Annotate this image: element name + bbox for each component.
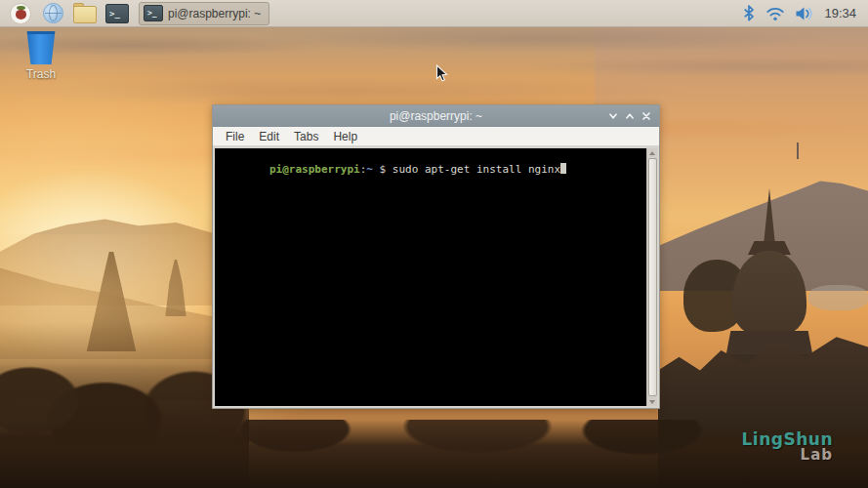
web-browser-button[interactable] <box>40 2 65 25</box>
system-tray: 19:34 <box>742 5 860 21</box>
trash-desktop-icon[interactable]: Trash <box>16 31 66 81</box>
pagoda-spire <box>764 188 775 245</box>
wallpaper-tower-silhouette <box>797 142 799 159</box>
taskbar-task-button[interactable]: >_ pi@raspberrypi: ~ <box>139 2 269 25</box>
menu-help[interactable]: Help <box>333 130 357 143</box>
speaker-icon[interactable] <box>795 6 814 21</box>
terminal-scrollbar[interactable] <box>646 148 657 406</box>
window-title: pi@raspberrypi: ~ <box>213 109 659 123</box>
menu-tabs[interactable]: Tabs <box>294 130 318 143</box>
prompt-path: ~ <box>366 163 373 176</box>
desktop-screen: >_ >_ pi@raspberrypi: ~ <box>0 0 868 488</box>
folder-icon <box>73 6 97 23</box>
trash-icon <box>25 31 57 64</box>
terminal-output[interactable]: pi@raspberrypi:~ $ sudo apt-get install … <box>215 148 646 406</box>
app-menu-button[interactable] <box>8 2 33 25</box>
bluetooth-icon[interactable] <box>742 5 756 21</box>
scrollbar-thumb[interactable] <box>648 158 657 396</box>
prompt-symbol: $ <box>373 163 393 176</box>
scroll-down-arrow[interactable] <box>647 397 657 406</box>
typed-command: sudo apt-get install nginx <box>393 163 560 176</box>
terminal-content-area: pi@raspberrypi:~ $ sudo apt-get install … <box>213 146 659 408</box>
wifi-icon[interactable] <box>765 6 785 21</box>
watermark-line2: Lab <box>742 448 833 463</box>
terminal-icon: >_ <box>105 4 129 23</box>
raspberry-icon <box>10 3 31 24</box>
close-icon[interactable] <box>641 111 651 121</box>
window-controls <box>608 111 659 121</box>
prompt-user-host: pi@raspberrypi <box>269 163 360 176</box>
chevron-down-icon[interactable] <box>608 111 618 121</box>
chevron-up-icon[interactable] <box>625 111 635 121</box>
terminal-icon: >_ <box>144 5 163 21</box>
watermark: LingShun Lab <box>742 431 833 463</box>
menu-file[interactable]: File <box>226 130 244 143</box>
terminal-menubar: File Edit Tabs Help <box>213 127 659 146</box>
wallpaper-foreground-bottom <box>0 420 868 488</box>
menu-edit[interactable]: Edit <box>259 130 279 143</box>
terminal-cursor <box>560 163 566 174</box>
terminal-launcher-button[interactable]: >_ <box>104 2 130 25</box>
file-manager-button[interactable] <box>72 2 98 25</box>
pagoda-dome <box>732 251 806 337</box>
taskbar-clock[interactable]: 19:34 <box>824 6 856 20</box>
trash-label: Trash <box>16 67 66 81</box>
scroll-up-arrow[interactable] <box>647 148 657 157</box>
globe-icon <box>43 3 63 23</box>
terminal-window: pi@raspberrypi: ~ File Edit Tabs Help pi <box>212 104 660 409</box>
window-titlebar[interactable]: pi@raspberrypi: ~ <box>213 105 659 127</box>
taskbar: >_ >_ pi@raspberrypi: ~ <box>0 0 868 27</box>
task-button-label: pi@raspberrypi: ~ <box>168 7 261 20</box>
